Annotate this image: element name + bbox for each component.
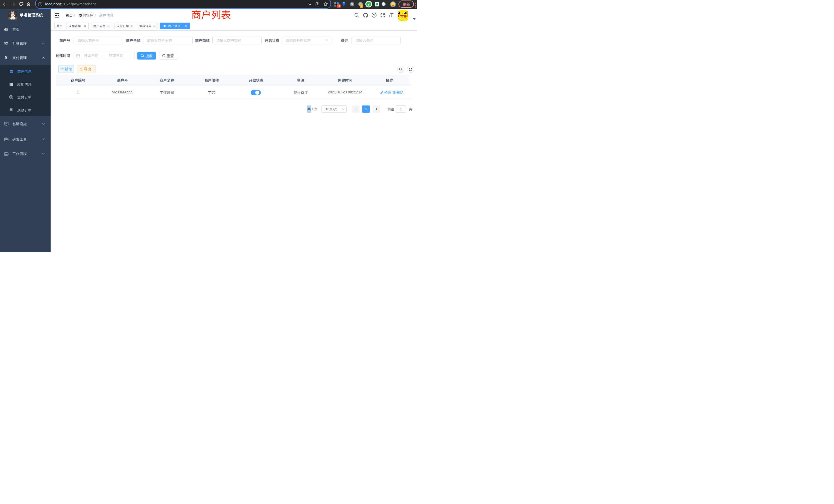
svg-text:⌘: ⌘ [351, 3, 354, 6]
svg-text:y: y [368, 2, 370, 6]
